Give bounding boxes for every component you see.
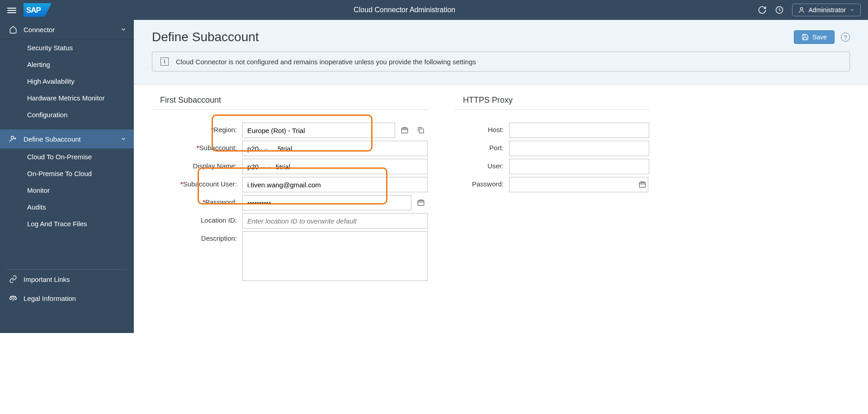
- proxy-host-input[interactable]: [509, 123, 649, 138]
- password-label: *Password:: [152, 195, 242, 206]
- home-icon: [9, 25, 17, 33]
- description-input[interactable]: [242, 231, 428, 281]
- sidebar-item-log-trace[interactable]: Log And Trace Files: [0, 215, 134, 232]
- help-icon[interactable]: ?: [841, 33, 850, 42]
- section-divider: [152, 109, 428, 110]
- proxy-host-label: Host:: [455, 123, 509, 133]
- proxy-port-input[interactable]: [509, 141, 649, 156]
- svg-text:SAP: SAP: [26, 6, 41, 14]
- scale-icon: [9, 294, 17, 302]
- sidebar-item-connector[interactable]: Connector: [0, 20, 134, 39]
- sidebar-item-high-availability[interactable]: High Availability: [0, 73, 134, 90]
- content-area: Define Subaccount Save ? i Cloud Connect…: [134, 20, 868, 333]
- refresh-icon[interactable]: [758, 5, 767, 14]
- sidebar-item-onprem-to-cloud[interactable]: On-Premise To Cloud: [0, 165, 134, 182]
- nav-label: Connector: [24, 26, 55, 33]
- user-icon: [798, 6, 805, 14]
- sap-logo: SAP: [24, 3, 52, 17]
- section-heading: HTTPS Proxy: [455, 95, 649, 105]
- sap-logo-svg: SAP: [24, 3, 52, 17]
- proxy-user-label: User:: [455, 159, 509, 170]
- svg-rect-8: [639, 183, 646, 188]
- region-input[interactable]: [242, 123, 395, 138]
- subaccount-user-input[interactable]: [242, 177, 428, 192]
- chevron-down-icon: [849, 7, 855, 13]
- user-plus-icon: [9, 135, 17, 143]
- svg-point-3: [800, 8, 802, 10]
- app-title: Cloud Connector Administration: [52, 6, 758, 14]
- proxy-password-input[interactable]: [509, 177, 648, 192]
- sidebar-item-security-status[interactable]: Security Status: [0, 39, 134, 56]
- section-divider: [455, 109, 649, 110]
- password-help-icon[interactable]: [414, 196, 428, 209]
- location-id-input[interactable]: [242, 213, 428, 228]
- proxy-user-input[interactable]: [509, 159, 649, 174]
- nav-label: Important Links: [24, 276, 70, 283]
- location-id-label: Location ID:: [152, 213, 242, 224]
- display-name-label: Display Name:: [152, 159, 242, 170]
- sidebar-item-important-links[interactable]: Important Links: [0, 270, 134, 289]
- first-subaccount-section: First Subaccount *Region:: [152, 95, 428, 284]
- page-header: Define Subaccount Save ? i Cloud Connect…: [134, 20, 868, 85]
- proxy-password-label: Password:: [455, 177, 509, 188]
- menu-icon[interactable]: [7, 6, 16, 14]
- region-label: *Region:: [152, 123, 242, 133]
- sidebar-item-audits[interactable]: Audits: [0, 199, 134, 215]
- subaccount-user-label: *Subaccount User:: [152, 177, 242, 188]
- nav-label: Legal Information: [24, 295, 76, 302]
- display-name-input[interactable]: [242, 159, 428, 174]
- sidebar-item-define-subaccount[interactable]: Define Subaccount: [0, 129, 134, 148]
- svg-rect-5: [401, 128, 408, 133]
- chevron-down-icon: [120, 26, 127, 33]
- proxy-port-label: Port:: [455, 141, 509, 152]
- chevron-down-icon: [120, 136, 127, 142]
- subaccount-input[interactable]: [242, 141, 428, 156]
- info-message: i Cloud Connector is not configured and …: [152, 52, 850, 71]
- user-menu-button[interactable]: Administrator: [792, 4, 861, 16]
- info-icon: i: [160, 57, 169, 66]
- proxy-password-help-icon[interactable]: [636, 178, 649, 191]
- sidebar-item-configuration[interactable]: Configuration: [0, 106, 134, 123]
- subaccount-label: *Subaccount:: [152, 141, 242, 152]
- user-label: Administrator: [809, 6, 846, 14]
- app-header: SAP Cloud Connector Administration Admin…: [0, 0, 868, 20]
- value-help-icon[interactable]: [398, 124, 411, 137]
- page-title: Define Subaccount: [152, 30, 259, 44]
- sidebar: Connector Security Status Alerting High …: [0, 20, 134, 333]
- sidebar-item-hardware-metrics[interactable]: Hardware Metrics Monitor: [0, 90, 134, 106]
- svg-rect-7: [418, 201, 424, 206]
- svg-rect-6: [420, 129, 424, 133]
- description-label: Description:: [152, 231, 242, 242]
- svg-point-4: [11, 136, 14, 139]
- sidebar-item-cloud-to-onprem[interactable]: Cloud To On-Premise: [0, 148, 134, 165]
- section-heading: First Subaccount: [152, 95, 428, 105]
- sidebar-item-monitor[interactable]: Monitor: [0, 182, 134, 199]
- nav-label: Define Subaccount: [24, 135, 81, 143]
- header-actions: Administrator: [758, 4, 861, 16]
- save-icon: [802, 33, 809, 41]
- save-button[interactable]: Save: [794, 30, 835, 44]
- https-proxy-section: HTTPS Proxy Host: Port: User: Password:: [455, 95, 649, 284]
- sidebar-item-legal[interactable]: Legal Information: [0, 289, 134, 308]
- link-icon: [9, 275, 17, 283]
- sidebar-item-alerting[interactable]: Alerting: [0, 56, 134, 73]
- info-text: Cloud Connector is not configured and re…: [176, 58, 476, 66]
- power-icon[interactable]: [775, 5, 784, 14]
- password-input[interactable]: [242, 195, 411, 210]
- popout-icon[interactable]: [414, 124, 428, 137]
